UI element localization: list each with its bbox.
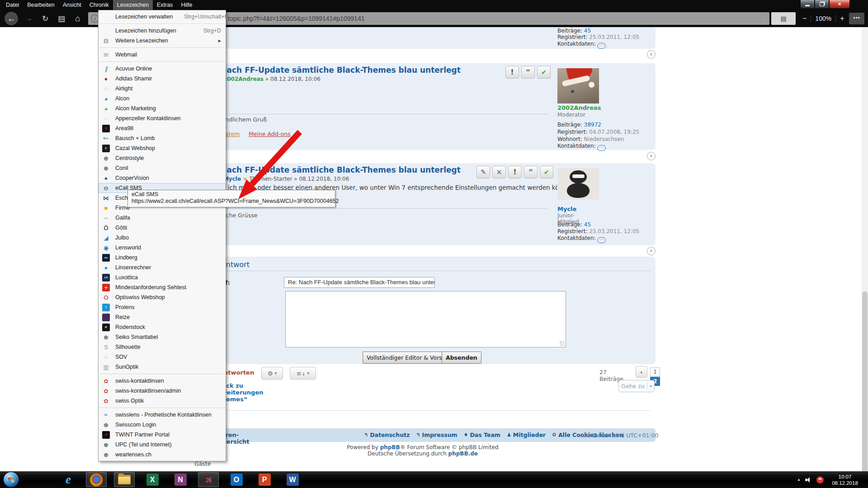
zoom-out-button[interactable]: − <box>798 14 811 23</box>
zoom-in-button[interactable]: + <box>836 14 848 23</box>
menubar-lesezeichen[interactable]: Lesezeichen <box>113 0 153 10</box>
accept-button[interactable]: ✔ <box>540 166 553 178</box>
menu-item-upc-tel-und-internet[interactable]: ⊕UPC (Tel und Internet) <box>99 440 226 450</box>
post-title[interactable]: Re: Nach FF-Update sämtliche Black-Theme… <box>203 66 461 75</box>
posts-count-link[interactable]: 38972 <box>584 122 601 128</box>
footer-link-mitglieder[interactable]: ♟Mitglieder <box>507 432 546 438</box>
home-button[interactable]: ⌂ <box>71 10 84 27</box>
back-button[interactable]: ← <box>5 12 18 25</box>
taskbar-folder-button[interactable] <box>114 472 135 487</box>
menubar-bearbeiten[interactable]: Bearbeiten <box>23 0 58 10</box>
library-icon[interactable]: ▤ <box>55 10 68 27</box>
menubar-chronik[interactable]: Chronik <box>85 0 113 10</box>
scroll-top-button[interactable]: ∧ <box>647 247 656 255</box>
taskbar-clock[interactable]: 10:07 08.12.2018 <box>828 474 862 486</box>
report-button[interactable]: ! <box>505 66 519 79</box>
phpbb-de-link[interactable]: phpBB.de <box>448 450 478 457</box>
taskbar-excel-button[interactable]: X <box>142 472 163 487</box>
menu-item-acuvue-online[interactable]: ∥Acuvue Online <box>99 64 226 74</box>
menu-item-area98[interactable]: AArea98 <box>99 123 226 133</box>
signature-link-addons[interactable]: Meine Add-ons <box>249 131 291 137</box>
menu-item-airlight[interactable]: ○Airlight <box>99 84 226 94</box>
menu-item-prolens[interactable]: YProlens <box>99 302 226 312</box>
profile-username[interactable]: Mycle <box>557 206 576 212</box>
taskbar-ff-button[interactable] <box>86 472 107 487</box>
menubar-extras[interactable]: Extras <box>153 0 177 10</box>
app-menu-button[interactable]: ••• <box>849 13 864 24</box>
taskbar-onenote-button[interactable]: N <box>170 472 191 487</box>
menu-item-alcon[interactable]: ◕Alcon <box>99 94 226 103</box>
tray-expand-icon[interactable]: ▲ <box>797 478 801 482</box>
textarea-resize-handle[interactable] <box>560 341 565 346</box>
taskbar-powerpoint-button[interactable]: P <box>254 472 275 487</box>
taskbar-outlook-button[interactable]: O <box>226 472 247 487</box>
quote-button[interactable]: “ <box>524 166 538 178</box>
taskbar-ie-button[interactable]: e <box>58 472 79 487</box>
minimize-button[interactable] <box>800 0 815 9</box>
menu-item-sunoptik[interactable]: ▥SunOptik <box>99 362 226 372</box>
menu-item-g-tti[interactable]: ÖGötti <box>99 223 226 233</box>
quote-button[interactable]: “ <box>521 66 535 79</box>
menu-item-twint-partner-portal[interactable]: ▼TWINT Partner Portal <box>99 430 226 440</box>
menu-item-adidas-shamir[interactable]: ●Adidas Shamir <box>99 74 226 84</box>
menu-item-lesezeichen-hinzuf-gen[interactable]: Lesezeichen hinzufügenStrg+D <box>99 26 226 36</box>
post-title[interactable]: Re: Nach FF-Update sämtliche Black-Theme… <box>203 165 461 174</box>
subject-input[interactable]: Re: Nach FF-Update sämtliche Black-Theme… <box>284 277 435 288</box>
pm-icon[interactable]: ··· <box>597 145 606 151</box>
menu-item-reize[interactable]: Reize <box>99 312 226 322</box>
start-button[interactable] <box>4 472 19 487</box>
profile-username[interactable]: 2002Andreas <box>557 104 601 111</box>
zoom-level[interactable]: 100% <box>811 15 835 22</box>
menu-item-lindberg[interactable]: ooLindberg <box>99 253 226 263</box>
menu-item-swisslens-prothetische-kontaktli[interactable]: SLswisslens - Prothetische Kontaktlinsen <box>99 410 226 420</box>
menu-item-alcon-marketing[interactable]: ◕Alcon Marketing <box>99 103 226 113</box>
menu-item-webmail[interactable]: ✉Webmail <box>99 50 226 60</box>
menu-item-lesezeichen-verwalten[interactable]: Lesezeichen verwaltenStrg+Umschalt+B <box>99 12 226 22</box>
posts-count-link[interactable]: 45 <box>584 28 591 34</box>
phpbb-link[interactable]: phpBB <box>380 444 400 450</box>
menu-item-swiss-kontaktlinsen-admin[interactable]: ✿swiss-kontaktlinsen/admin <box>99 386 226 396</box>
sort-button[interactable]: ≡↓▾ <box>290 367 316 380</box>
footer-link-datenschutz[interactable]: ↰Datenschutz <box>364 432 410 438</box>
message-textarea[interactable] <box>285 291 566 347</box>
menu-item-weitere-lesezeichen[interactable]: ⊟Weitere Lesezeichen▶ <box>99 36 226 46</box>
author-link[interactable]: 2002Andreas <box>223 76 264 82</box>
antivirus-shield-icon[interactable]: ☂ <box>816 476 824 483</box>
menu-item-galifa[interactable]: ∽Galifa <box>99 213 226 223</box>
menu-item-wearlenses-ch[interactable]: ⊕wearlenses.ch <box>99 450 226 460</box>
menu-item-appenzeller-kontaktlinsen[interactable]: ○Appenzeller Kontaktlinsen <box>99 113 226 123</box>
close-button[interactable]: × <box>829 0 850 9</box>
menu-item-mindestanforderung-sehtest[interactable]: +Mindestanforderung Sehtest <box>99 282 226 292</box>
menu-item-coopervision[interactable]: ●CooperVision <box>99 173 226 183</box>
menu-item-conil[interactable]: ⊕Conil <box>99 163 226 173</box>
menu-item-seiko-smartlabel[interactable]: ⊕Seiko Smartlabel <box>99 332 226 342</box>
pm-icon[interactable]: ··· <box>597 237 606 243</box>
prev-page-button[interactable]: ‹ <box>636 366 647 378</box>
reader-mode-button[interactable]: ▤ <box>771 12 796 25</box>
goto-dropdown[interactable]: Gehe zu ▾ <box>618 380 655 392</box>
submit-button[interactable]: Absenden <box>442 352 481 364</box>
accept-button[interactable]: ✔ <box>537 66 551 79</box>
footer-link-das-team[interactable]: ♦Das Team <box>464 432 500 438</box>
menu-item-silhouette[interactable]: SSilhouette <box>99 342 226 352</box>
menu-item-bausch-lomb[interactable]: B+LBausch + Lomb <box>99 133 226 143</box>
menu-item-swisscom-login[interactable]: ⊕Swisscom Login <box>99 420 226 430</box>
posts-count-link[interactable]: 45 <box>584 221 591 228</box>
scroll-top-button[interactable]: ∧ <box>647 50 656 59</box>
footer-link-impressum[interactable]: ↰Impressum <box>416 432 457 438</box>
menubar-ansicht[interactable]: Ansicht <box>59 0 85 10</box>
menubar-hilfe[interactable]: Hilfe <box>177 0 196 10</box>
menu-item-luxottica[interactable]: LXLuxottica <box>99 272 226 282</box>
menu-item-rodenstock[interactable]: RRodenstock <box>99 322 226 332</box>
page-1-button[interactable]: 1 <box>650 367 660 376</box>
topic-tools-button[interactable]: ⚙▾ <box>261 367 283 380</box>
restore-button[interactable] <box>815 0 829 9</box>
taskbar-rocket-button[interactable]: ✈ <box>198 472 219 487</box>
scrollbar-thumb[interactable] <box>862 291 868 488</box>
taskbar-word-button[interactable]: W <box>282 472 303 487</box>
volume-icon[interactable] <box>805 477 812 483</box>
scrollbar-track[interactable] <box>862 27 868 471</box>
scroll-top-button[interactable]: ∧ <box>647 152 656 160</box>
url-text[interactable]: topic.php?f=4&t=126005&p=1099141#p109914… <box>228 15 364 22</box>
menubar-datei[interactable]: Datei <box>2 0 23 10</box>
